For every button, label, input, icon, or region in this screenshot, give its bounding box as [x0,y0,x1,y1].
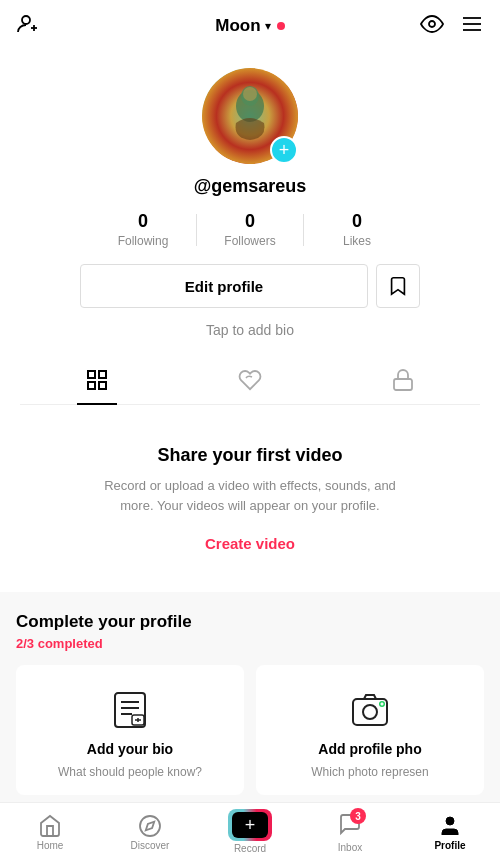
complete-profile-section: Complete your profile 2/3 completed Add … [0,592,500,815]
empty-state-description: Record or upload a video with effects, s… [90,476,410,515]
nav-record-label: Record [234,843,266,854]
edit-profile-button[interactable]: Edit profile [80,264,368,308]
add-photo-card[interactable]: Add profile pho Which photo represen [256,665,484,795]
following-label: Following [118,234,169,248]
add-bio-card[interactable]: Add your bio What should people know? [16,665,244,795]
menu-button[interactable] [460,12,484,40]
nav-left-actions [16,12,76,40]
followers-stat[interactable]: 0 Followers [197,211,303,248]
nav-discover-label: Discover [131,840,170,851]
account-name: Moon [215,16,260,36]
completed-text: 2/3 completed [16,636,484,651]
followers-label: Followers [224,234,275,248]
bottom-nav: Home Discover + Record 3 Inbox [0,802,500,864]
nav-discover[interactable]: Discover [100,803,200,864]
add-friend-button[interactable] [16,12,40,40]
svg-point-25 [363,705,377,719]
record-button-inner: + [232,812,268,838]
dropdown-icon: ▾ [265,19,271,33]
tab-private[interactable] [327,356,480,404]
plus-icon: + [245,815,256,836]
nav-profile[interactable]: Profile [400,803,500,864]
bio-icon-container [106,685,154,733]
home-icon [38,814,62,838]
svg-point-3 [429,21,435,27]
svg-point-0 [22,16,30,24]
svg-rect-11 [88,371,95,378]
svg-point-29 [140,816,160,836]
svg-rect-13 [88,382,95,389]
likes-label: Likes [343,234,371,248]
top-nav: Moon ▾ [0,0,500,52]
eye-icon-button[interactable] [420,12,444,40]
svg-point-31 [446,817,454,825]
nav-home-label: Home [37,840,64,851]
svg-rect-16 [394,379,412,390]
profile-cards-row: Add your bio What should people know? Ad… [16,665,484,795]
empty-state: Share your first video Record or upload … [0,405,500,592]
empty-state-title: Share your first video [157,445,342,466]
notification-dot [277,22,285,30]
inbox-icon-wrapper: 3 [338,812,362,840]
profile-icon [438,814,462,838]
nav-inbox[interactable]: 3 Inbox [300,803,400,864]
likes-count: 0 [352,211,362,232]
stats-row: 0 Following 0 Followers 0 Likes [90,211,410,248]
username: @gemsareus [194,176,307,197]
camera-icon [350,689,390,729]
following-count: 0 [138,211,148,232]
likes-stat[interactable]: 0 Likes [304,211,410,248]
bio-card-title: Add your bio [87,741,173,757]
nav-record[interactable]: + Record [200,803,300,864]
svg-marker-30 [146,822,154,830]
bio-placeholder[interactable]: Tap to add bio [206,322,294,338]
photo-card-title: Add profile pho [318,741,421,757]
bio-icon [110,689,150,729]
profile-tabs [20,356,480,405]
add-avatar-button[interactable]: + [270,136,298,164]
tab-liked[interactable] [173,356,326,404]
plus-icon: + [279,141,290,159]
bookmark-button[interactable] [376,264,420,308]
nav-profile-label: Profile [434,840,465,851]
following-stat[interactable]: 0 Following [90,211,196,248]
avatar-container: + [202,68,298,164]
account-switcher[interactable]: Moon ▾ [215,16,284,36]
followers-count: 0 [245,211,255,232]
discover-icon [138,814,162,838]
profile-actions-row: Edit profile [80,264,420,308]
record-button[interactable]: + [228,809,272,841]
bio-card-desc: What should people know? [58,765,202,779]
nav-inbox-label: Inbox [338,842,362,853]
profile-section: + @gemsareus 0 Following 0 Followers 0 L… [0,52,500,405]
inbox-badge: 3 [350,808,366,824]
svg-point-10 [243,87,257,101]
svg-rect-14 [99,382,106,389]
svg-rect-12 [99,371,106,378]
photo-card-desc: Which photo represen [311,765,428,779]
photo-icon-container [346,685,394,733]
nav-home[interactable]: Home [0,803,100,864]
complete-profile-title: Complete your profile [16,612,484,632]
tab-videos[interactable] [20,356,173,404]
create-video-button[interactable]: Create video [205,535,295,552]
nav-right-actions [424,12,484,40]
